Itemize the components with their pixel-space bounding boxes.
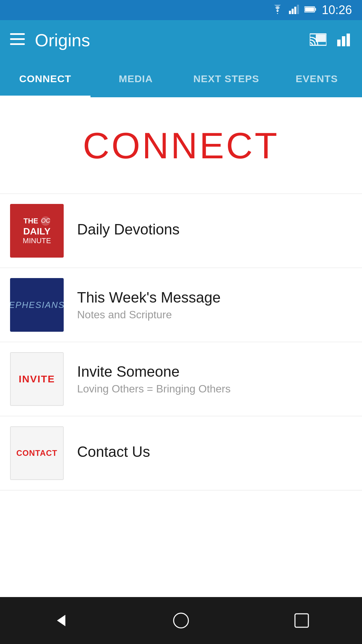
item-text-this-weeks-message: This Week's Message Notes and Scripture: [77, 289, 221, 321]
signal-icon: [289, 5, 299, 15]
item-title-daily-devotions: Daily Devotions: [77, 221, 180, 238]
svg-marker-15: [57, 615, 65, 626]
list-item-contact-us[interactable]: CONTACT Contact Us: [0, 416, 362, 490]
app-bar-right: [310, 33, 352, 48]
thumbnail-ephesians-text: EPHESIANS: [10, 300, 64, 310]
app-bar-left: Origins: [10, 30, 90, 50]
bar-chart-icon[interactable]: [337, 33, 352, 48]
recent-apps-button[interactable]: [282, 600, 322, 641]
svg-point-16: [174, 613, 188, 628]
item-title-this-weeks-message: This Week's Message: [77, 289, 221, 306]
app-bar: Origins: [0, 20, 362, 60]
svg-rect-7: [10, 33, 25, 35]
status-bar: 10:26: [0, 0, 362, 20]
back-button[interactable]: [40, 600, 80, 641]
svg-rect-1: [292, 9, 294, 14]
thumbnail-daily-devotions: THE OC DAILY MINUTE: [10, 204, 64, 258]
svg-rect-17: [295, 614, 308, 627]
svg-rect-8: [10, 38, 25, 40]
svg-rect-12: [337, 40, 341, 46]
item-text-invite-someone: Invite Someone Loving Others = Bringing …: [77, 363, 231, 395]
item-subtitle-this-weeks-message: Notes and Scripture: [77, 309, 221, 321]
main-content: CONNECT THE OC DAILY MINUTE Daily Devoti…: [0, 97, 362, 597]
list-item-invite-someone[interactable]: INVITE Invite Someone Loving Others = Br…: [0, 342, 362, 416]
svg-rect-11: [316, 35, 326, 42]
battery-icon: [304, 6, 316, 14]
thumbnail-this-weeks-message: EPHESIANS: [10, 278, 64, 332]
list-item-this-weeks-message[interactable]: EPHESIANS This Week's Message Notes and …: [0, 268, 362, 342]
item-title-invite-someone: Invite Someone: [77, 363, 231, 380]
bottom-nav: [0, 597, 362, 644]
svg-rect-6: [305, 7, 314, 11]
svg-rect-14: [347, 34, 350, 46]
thumbnail-invite-text: INVITE: [19, 373, 55, 385]
thumbnail-invite-someone: INVITE: [10, 352, 64, 406]
list-item-daily-devotions[interactable]: THE OC DAILY MINUTE Daily Devotions: [0, 194, 362, 268]
page-title-section: CONNECT: [0, 97, 362, 194]
item-text-contact-us: Contact Us: [77, 443, 150, 463]
app-title: Origins: [35, 30, 90, 50]
tab-events[interactable]: EVENTS: [272, 60, 362, 97]
svg-rect-9: [10, 43, 25, 45]
thumbnail-contact-text: CONTACT: [16, 448, 58, 458]
page-title: CONNECT: [83, 124, 279, 167]
status-time: 10:26: [322, 3, 352, 17]
svg-rect-13: [342, 36, 345, 46]
list-container: THE OC DAILY MINUTE Daily Devotions EPHE…: [0, 194, 362, 490]
svg-rect-3: [297, 5, 299, 14]
cast-icon[interactable]: [310, 33, 326, 48]
thumbnail-contact-us: CONTACT: [10, 426, 64, 480]
tab-bar: CONNECT MEDIA NEXT STEPS EVENTS: [0, 60, 362, 97]
svg-rect-2: [294, 7, 296, 14]
svg-rect-0: [289, 11, 291, 14]
tab-media[interactable]: MEDIA: [90, 60, 181, 97]
status-icons: 10:26: [272, 3, 352, 17]
home-button[interactable]: [161, 600, 201, 641]
tab-next-steps[interactable]: NEXT STEPS: [181, 60, 272, 97]
hamburger-menu-icon[interactable]: [10, 33, 25, 48]
item-text-daily-devotions: Daily Devotions: [77, 221, 180, 240]
svg-rect-5: [315, 8, 316, 11]
item-subtitle-invite-someone: Loving Others = Bringing Others: [77, 383, 231, 395]
tab-connect[interactable]: CONNECT: [0, 60, 90, 97]
item-title-contact-us: Contact Us: [77, 443, 150, 460]
wifi-icon: [272, 5, 284, 15]
